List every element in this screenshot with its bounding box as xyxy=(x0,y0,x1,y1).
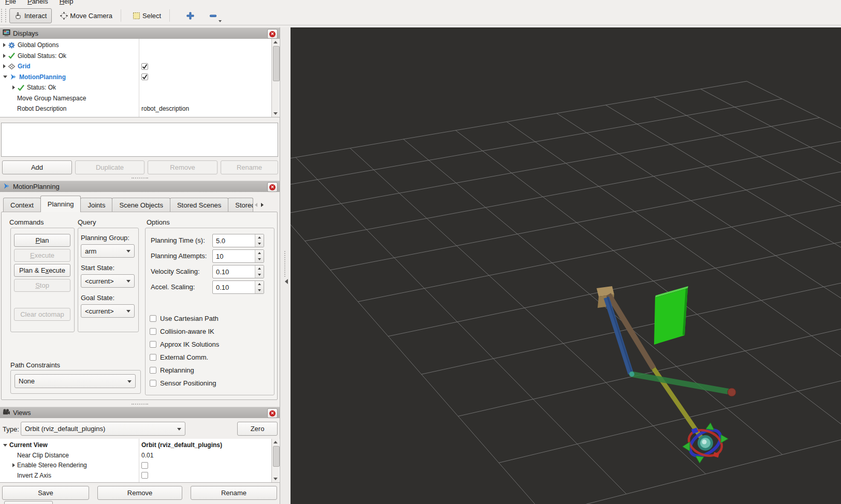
chevron-down-icon[interactable] xyxy=(3,444,7,447)
execute-button[interactable]: Execute xyxy=(14,249,70,262)
motionplanning-close-button[interactable]: ✕ xyxy=(267,182,278,192)
panel-splitter-dots[interactable] xyxy=(132,404,148,405)
tree-row-planning-scene-topic[interactable]: Planning Scene Topicmonitored_planning_s… xyxy=(0,114,280,118)
spin-up-icon[interactable] xyxy=(255,250,264,256)
tab-stored-states[interactable]: Stored States xyxy=(228,198,253,212)
panel-splitter-dots[interactable] xyxy=(132,177,148,179)
remove-button[interactable]: Remove xyxy=(97,486,182,500)
views-panel-titlebar[interactable]: Views ✕ xyxy=(0,407,280,418)
checkbox-collision-aware-ik[interactable]: Collision-aware IK xyxy=(150,326,214,336)
spin-down-icon[interactable] xyxy=(255,241,264,247)
rename-button[interactable]: Rename xyxy=(221,160,278,174)
chevron-right-icon[interactable] xyxy=(12,463,15,467)
velocity-scaling-spinbox[interactable]: 0.10 xyxy=(212,265,264,278)
start-state-select[interactable]: <current> xyxy=(81,274,135,288)
motionplanning-panel-titlebar[interactable]: MotionPlanning ✕ xyxy=(0,181,280,192)
chevron-right-icon[interactable] xyxy=(3,43,6,47)
toolbar-button-select[interactable]: Select xyxy=(127,8,166,23)
row-checkbox[interactable] xyxy=(141,472,148,479)
plan-button[interactable]: Plan xyxy=(14,234,70,247)
add-button[interactable]: Add xyxy=(2,160,72,174)
tree-row-status-ok[interactable]: Status: Ok xyxy=(0,82,280,93)
remove-button[interactable]: Remove xyxy=(148,160,218,174)
displays-scrollbar[interactable] xyxy=(271,39,279,117)
views-scrollbar[interactable] xyxy=(271,439,279,482)
tab-scroll-left-icon[interactable] xyxy=(253,199,259,211)
tree-row-robot-description[interactable]: Robot Descriptionrobot_description xyxy=(0,103,280,114)
checkbox-box[interactable] xyxy=(150,341,156,348)
green-wall-object[interactable] xyxy=(654,286,688,345)
spin-down-icon[interactable] xyxy=(255,256,264,262)
toolbar-drag-handle[interactable] xyxy=(1,9,6,22)
tree-row-near-clip-distance[interactable]: Near Clip Distance0.01 xyxy=(0,450,280,461)
spin-up-icon[interactable] xyxy=(255,234,264,241)
tree-row-invert-z-axis[interactable]: Invert Z Axis xyxy=(0,470,280,481)
spin-up-icon[interactable] xyxy=(255,265,264,272)
checkbox-box[interactable] xyxy=(150,328,156,335)
zero-button[interactable]: Zero xyxy=(237,422,278,436)
menu-item-help[interactable]: Help xyxy=(57,0,76,6)
path-constraints-select[interactable]: None xyxy=(15,374,136,388)
chevron-down-icon[interactable] xyxy=(3,76,7,78)
scroll-up-icon[interactable] xyxy=(272,39,279,46)
chevron-right-icon[interactable] xyxy=(3,64,6,68)
accel-scaling-spinbox[interactable]: 0.10 xyxy=(212,280,264,294)
checkbox-external-comm[interactable]: External Comm. xyxy=(150,352,208,362)
spin-down-icon[interactable] xyxy=(255,272,264,278)
scroll-down-icon[interactable] xyxy=(272,110,279,117)
tab-scene-objects[interactable]: Scene Objects xyxy=(112,198,170,212)
spin-down-icon[interactable] xyxy=(255,287,264,293)
toolbar-button-move-camera[interactable]: Move Camera xyxy=(55,8,118,23)
scrollbar-thumb[interactable] xyxy=(273,446,280,467)
chevron-right-icon[interactable] xyxy=(12,85,15,90)
spin-up-icon[interactable] xyxy=(255,281,264,287)
duplicate-button[interactable]: Duplicate xyxy=(75,160,144,174)
add-tool-button[interactable] xyxy=(184,10,196,21)
stop-button[interactable]: Stop xyxy=(14,279,70,292)
toolbar-button-interact[interactable]: Interact xyxy=(9,8,52,23)
checkbox-replanning[interactable]: Replanning xyxy=(150,365,194,375)
checkbox-use-cartesian-path[interactable]: Use Cartesian Path xyxy=(150,313,219,323)
plan-execute-button[interactable]: Plan & Execute xyxy=(14,264,70,277)
checkbox-approx-ik-solutions[interactable]: Approx IK Solutions xyxy=(150,339,219,349)
rename-button[interactable]: Rename xyxy=(191,486,277,500)
planning-time-s-spinbox[interactable]: 5.0 xyxy=(212,234,264,247)
tab-context[interactable]: Context xyxy=(3,198,41,212)
tree-row-move-group-namespace[interactable]: Move Group Namespace xyxy=(0,93,280,103)
tab-scroll-right-icon[interactable] xyxy=(259,199,265,211)
clear-octomap-button[interactable]: Clear octomap xyxy=(14,308,70,321)
displays-panel-titlebar[interactable]: Displays ✕ xyxy=(0,27,280,39)
save-button[interactable]: Save xyxy=(2,486,89,500)
collapse-panel-icon[interactable] xyxy=(285,279,288,284)
tree-row-global-status-ok[interactable]: Global Status: Ok xyxy=(0,51,280,61)
tree-row-motionplanning[interactable]: MotionPlanning xyxy=(0,72,280,82)
tree-row-current-view[interactable]: Current ViewOrbit (rviz_default_plugins) xyxy=(0,440,280,450)
checkbox-box[interactable] xyxy=(150,354,156,361)
displays-close-button[interactable]: ✕ xyxy=(267,29,278,39)
row-checkbox[interactable] xyxy=(141,63,148,70)
menu-item-file[interactable]: File xyxy=(3,0,18,6)
goal-state-select[interactable]: <current> xyxy=(81,304,135,318)
checkbox-box[interactable] xyxy=(150,380,156,387)
checkbox-sensor-positioning[interactable]: Sensor Positioning xyxy=(150,378,216,388)
interactive-marker[interactable] xyxy=(683,423,728,463)
panel-splitter[interactable] xyxy=(280,27,291,504)
scroll-up-icon[interactable] xyxy=(272,439,279,446)
views-close-button[interactable]: ✕ xyxy=(267,408,278,418)
tree-row-enable-stereo-rendering[interactable]: Enable Stereo Rendering xyxy=(0,460,280,470)
planning-group-select[interactable]: arm xyxy=(81,244,135,258)
tab-stored-scenes[interactable]: Stored Scenes xyxy=(170,198,228,212)
tab-joints[interactable]: Joints xyxy=(80,198,112,212)
planning-attempts-spinbox[interactable]: 10 xyxy=(212,249,264,263)
remove-tool-button[interactable] xyxy=(207,10,219,21)
chevron-right-icon[interactable] xyxy=(3,54,6,58)
scroll-down-icon[interactable] xyxy=(272,476,279,482)
row-checkbox[interactable] xyxy=(141,462,148,469)
tree-row-grid[interactable]: Grid xyxy=(0,61,280,71)
tree-row-global-options[interactable]: Global Options xyxy=(0,40,280,50)
row-checkbox[interactable] xyxy=(141,73,148,80)
scrollbar-thumb[interactable] xyxy=(273,46,280,81)
menu-item-panels[interactable]: Panels xyxy=(25,0,50,6)
checkbox-box[interactable] xyxy=(150,315,156,322)
view-type-select[interactable]: Orbit (rviz_default_plugins) xyxy=(21,422,185,436)
